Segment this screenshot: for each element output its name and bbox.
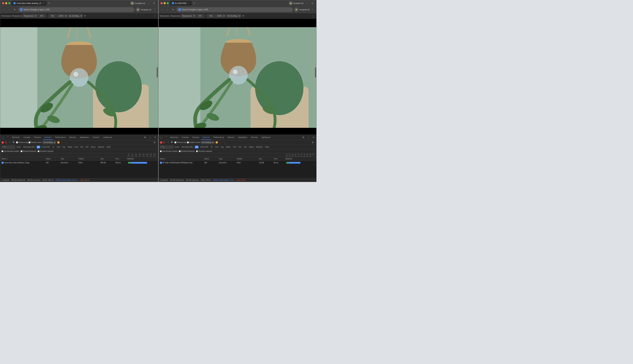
left-filter-icon[interactable]: ▽	[8, 141, 11, 144]
left-new-tab-button[interactable]: +	[47, 1, 51, 5]
left-filter-manifest[interactable]: Manifest	[97, 146, 105, 148]
left-blocked-cookies[interactable]: Has blocked cookies	[2, 150, 19, 152]
left-filter-fetch[interactable]: Fetch/XHR	[41, 146, 51, 148]
left-window-close[interactable]: ✕	[152, 1, 156, 5]
left-preserve-log-checkbox[interactable]: Preserve log	[16, 142, 28, 143]
right-col-name[interactable]: Name▲	[160, 158, 204, 160]
right-throttle-select[interactable]: No throttling	[226, 14, 241, 18]
right-window-menu[interactable]: ⋮	[305, 1, 309, 5]
right-reload-button[interactable]: ↻	[171, 8, 175, 12]
right-tab-memory[interactable]: Memory	[226, 135, 236, 140]
left-minimize-button[interactable]	[5, 2, 7, 4]
left-filter-js[interactable]: JS	[52, 146, 55, 148]
left-url-bar[interactable]: Search Google or type a URL	[18, 7, 135, 12]
right-network-settings-icon[interactable]: ⚙	[311, 140, 315, 145]
left-close-button[interactable]	[2, 2, 4, 4]
left-col-initiator[interactable]: Initiator	[78, 158, 101, 160]
right-filter-input[interactable]	[160, 146, 174, 148]
left-filter-all[interactable]: All	[37, 146, 40, 148]
left-tab-lighthouse[interactable]: Lighthouse	[101, 135, 114, 140]
left-device-icon[interactable]: 📱	[6, 135, 10, 140]
left-table-row[interactable]: home-deco-slider-desktop_15.jpg 200 docu…	[0, 161, 158, 165]
left-filter-ws[interactable]: WS	[85, 146, 89, 148]
left-col-name[interactable]: Name▲	[2, 158, 46, 160]
right-maximize-button[interactable]	[167, 2, 169, 4]
right-wifi-icon[interactable]: 📶	[215, 141, 218, 144]
right-width-input[interactable]: 875	[196, 14, 204, 18]
left-height-input[interactable]: 552	[49, 14, 57, 18]
right-tab-security[interactable]: Security	[249, 135, 259, 140]
left-network-settings-icon[interactable]: ⚙	[152, 140, 157, 145]
left-col-waterfall[interactable]: Waterfall	[127, 158, 157, 160]
right-filter-wasm[interactable]: Wasm	[248, 146, 255, 148]
right-dt-more-icon[interactable]: ⋮	[306, 135, 311, 140]
right-upload-icon[interactable]: ↑	[219, 141, 222, 144]
right-forward-button[interactable]: ›	[166, 8, 170, 12]
right-url-bar[interactable]: Search Google or type a URL	[177, 7, 293, 12]
right-addr-menu[interactable]: ⋮	[311, 8, 315, 12]
right-disable-cache-checkbox[interactable]: Disable cache	[187, 142, 200, 143]
right-col-waterfall[interactable]: Waterfall	[285, 158, 315, 160]
right-preserve-log-checkbox[interactable]: Preserve log	[175, 142, 186, 143]
left-tab-memory[interactable]: Memory	[68, 135, 78, 140]
right-tab-sources[interactable]: Sources	[191, 135, 201, 140]
left-filter-other[interactable]: Other	[106, 146, 112, 148]
right-filter-manifest[interactable]: Manifest	[255, 146, 263, 148]
right-dt-close-icon[interactable]: ✕	[311, 135, 316, 140]
left-width-input[interactable]: 875	[38, 14, 46, 18]
left-reload-button[interactable]: ↻	[13, 8, 17, 12]
right-dt-settings-icon[interactable]: ⚙	[301, 135, 306, 140]
right-back-button[interactable]: ‹	[160, 8, 164, 12]
left-tab-security[interactable]: Security	[91, 135, 101, 140]
right-tab-elements[interactable]: Elements	[169, 135, 180, 140]
right-filter-css[interactable]: CSS	[214, 146, 219, 148]
left-throttle-select[interactable]: No throttling	[68, 14, 83, 18]
left-upload-icon[interactable]: ↑	[61, 141, 64, 144]
left-filter-img[interactable]: Img	[62, 146, 66, 148]
right-download-icon[interactable]: ↓	[223, 141, 227, 144]
right-col-status[interactable]: Status	[204, 158, 219, 160]
right-filter-doc[interactable]: Doc	[238, 146, 243, 148]
left-maximize-button[interactable]	[8, 2, 10, 4]
right-col-initiator[interactable]: Initiator	[237, 158, 259, 160]
right-device-icon[interactable]: 📱	[164, 135, 168, 140]
right-inspect-icon[interactable]: ⬚	[159, 135, 164, 140]
right-blocked-requests[interactable]: Blocked Requests	[179, 150, 195, 152]
left-addr-menu[interactable]: ⋮	[152, 8, 156, 12]
left-download-icon[interactable]: ↓	[65, 141, 68, 144]
left-window-menu[interactable]: ⋮	[147, 1, 151, 5]
left-rotate-icon[interactable]: ⟳	[83, 14, 87, 18]
left-filter-font[interactable]: Font	[74, 146, 79, 148]
left-third-party[interactable]: 3rd-party requests	[38, 150, 54, 152]
right-record-button[interactable]	[160, 141, 162, 144]
left-dt-settings-icon[interactable]: ⚙	[143, 135, 147, 140]
right-filter-icon[interactable]: ▽	[166, 141, 170, 144]
right-tab-lighthouse[interactable]: Lighthouse	[260, 135, 272, 140]
right-minimize-button[interactable]	[164, 2, 166, 4]
right-search-icon[interactable]: 🔍	[170, 141, 174, 144]
right-blocked-cookies[interactable]: Has blocked cookies	[160, 150, 178, 152]
left-filter-doc[interactable]: Doc	[80, 146, 84, 148]
left-dt-more-icon[interactable]: ⋮	[148, 135, 152, 140]
left-col-size[interactable]: Size	[101, 158, 115, 160]
left-filter-css[interactable]: CSS	[56, 146, 61, 148]
right-window-close[interactable]: ✕	[310, 1, 314, 5]
left-zoom-select[interactable]: 100%	[57, 14, 67, 18]
left-tab-close[interactable]: ✕	[42, 2, 45, 4]
right-dimensions-select[interactable]: Responsive	[181, 14, 196, 18]
left-filter-input[interactable]	[2, 146, 15, 148]
right-col-size[interactable]: Size	[259, 158, 274, 160]
right-col-time[interactable]: Time	[274, 158, 285, 160]
right-devtools-more[interactable]: ⋮	[311, 14, 315, 18]
left-back-button[interactable]: ‹	[2, 8, 6, 12]
right-filter-js[interactable]: JS	[210, 146, 214, 148]
left-tab-elements[interactable]: Elements	[10, 135, 22, 140]
left-dt-close-icon[interactable]: ✕	[153, 135, 157, 140]
right-tab-console[interactable]: Console	[180, 135, 190, 140]
right-table-row[interactable]: fit?width=1920&height=2000&type=web... 2…	[159, 161, 317, 165]
right-height-input[interactable]: 552	[207, 14, 215, 18]
left-inspect-icon[interactable]: ⬚	[1, 135, 5, 140]
right-filter-ws[interactable]: WS	[243, 146, 248, 148]
left-forward-button[interactable]: ›	[7, 8, 11, 12]
left-disable-cache-checkbox[interactable]: Disable cache	[29, 142, 42, 143]
